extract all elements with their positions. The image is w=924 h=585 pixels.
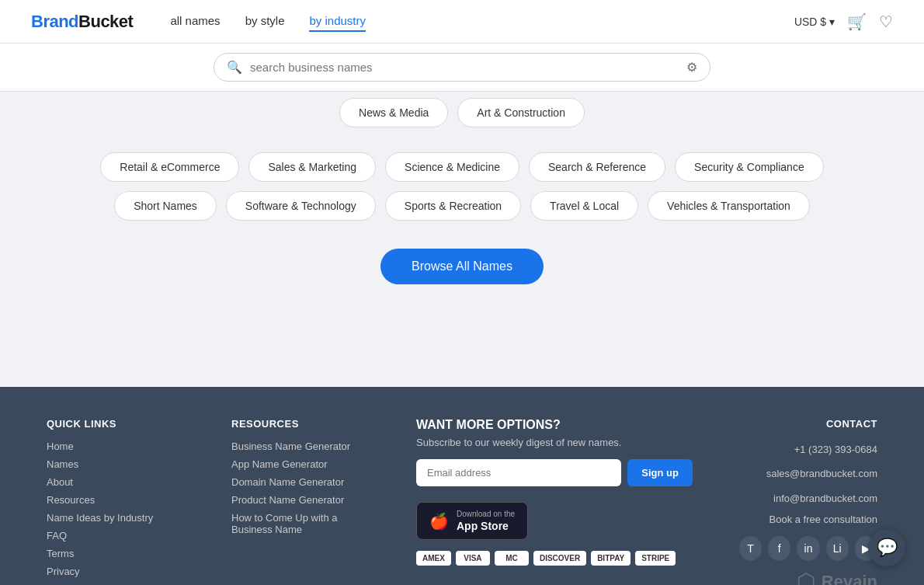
browse-all-button[interactable]: Browse All Names [380, 249, 544, 284]
footer-link-terms[interactable]: Terms [47, 548, 185, 559]
footer-link-privacy[interactable]: Privacy [47, 566, 185, 577]
footer-quick-links: QUICK LINKS Home Names About Resources N… [47, 418, 185, 585]
payment-discover: DISCOVER [533, 551, 586, 566]
nav-by-style[interactable]: by style [245, 11, 285, 32]
cart-button[interactable]: 🛒 [847, 12, 867, 31]
main-content: News & Media Art & Construction Retail &… [0, 92, 924, 387]
revain-logo-icon: ⬡ [797, 569, 815, 585]
payment-visa: VISA [456, 551, 490, 566]
footer-contact: CONTACT +1 (323) 393-0684 sales@brandbuc… [739, 418, 877, 585]
resources-heading: RESOURCES [231, 418, 370, 430]
chip-security[interactable]: Security & Compliance [675, 152, 824, 182]
social-linkedin[interactable]: Li [826, 536, 849, 561]
newsletter-form: Sign up [416, 459, 693, 486]
app-store-small-text: Download on the [457, 509, 515, 519]
nav-by-industry[interactable]: by industry [309, 11, 366, 32]
header: BrandBucket all names by style by indust… [0, 0, 924, 44]
chip-sales[interactable]: Sales & Marketing [248, 152, 376, 182]
search-bar: 🔍 ⚙ [214, 53, 710, 82]
footer-link-names[interactable]: Names [47, 458, 185, 470]
browse-btn-wrap: Browse All Names [62, 249, 862, 284]
search-area: 🔍 ⚙ [0, 44, 924, 92]
footer-top: QUICK LINKS Home Names About Resources N… [47, 418, 877, 585]
footer-link-resources[interactable]: Resources [47, 494, 185, 506]
contact-email2-link[interactable]: info@brandbucket.com [739, 489, 877, 507]
contact-phone: +1 (323) 393-0684 [739, 440, 877, 458]
chip-travel[interactable]: Travel & Local [530, 191, 638, 221]
contact-email2: info@brandbucket.com [739, 489, 877, 507]
footer-link-name-ideas[interactable]: Name Ideas by Industry [47, 512, 185, 524]
chip-science[interactable]: Science & Medicine [385, 152, 519, 182]
top-chips: News & Media Art & Construction [89, 98, 835, 127]
footer-link-product-gen[interactable]: Product Name Generator [231, 494, 370, 506]
footer-link-about[interactable]: About [47, 476, 185, 488]
payment-bitpay: BITPAY [591, 551, 630, 566]
main-nav: all names by style by industry [170, 11, 366, 32]
chip-art-construction[interactable]: Art & Construction [457, 98, 585, 127]
social-twitter[interactable]: T [739, 536, 762, 561]
footer: QUICK LINKS Home Names About Resources N… [0, 387, 924, 585]
payment-mc: MC [495, 551, 529, 566]
contact-email1: sales@brandbucket.com [739, 465, 877, 482]
footer-link-home[interactable]: Home [47, 440, 185, 452]
contact-heading: CONTACT [739, 418, 877, 430]
newsletter-title: WANT MORE OPTIONS? [416, 418, 693, 432]
footer-resources: RESOURCES Business Name Generator App Na… [231, 418, 370, 585]
logo[interactable]: BrandBucket [31, 12, 133, 32]
contact-email1-link[interactable]: sales@brandbucket.com [739, 465, 877, 482]
top-partial-row: News & Media Art & Construction [0, 92, 924, 127]
quick-links-heading: QUICK LINKS [47, 418, 185, 430]
search-input[interactable] [250, 61, 686, 74]
categories-section: Retail & eCommerce Sales & Marketing Sci… [0, 127, 924, 300]
social-icons: T f in Li ▶ [739, 536, 877, 561]
apple-icon: 🍎 [429, 512, 449, 531]
app-store-text: Download on the App Store [457, 509, 515, 533]
consult-link[interactable]: Book a free consultation [739, 514, 877, 525]
revain-text: Revain [822, 572, 877, 585]
payment-amex: AMEX [416, 551, 451, 566]
chip-software[interactable]: Software & Technology [226, 191, 376, 221]
filter-icon[interactable]: ⚙ [686, 60, 697, 75]
social-facebook[interactable]: f [768, 536, 790, 561]
chat-button[interactable]: 💬 [868, 529, 905, 566]
chip-vehicles[interactable]: Vehicles & Transportation [648, 191, 810, 221]
search-icon: 🔍 [227, 60, 242, 75]
footer-link-how-to[interactable]: How to Come Up with a Business Name [231, 512, 370, 535]
chip-news-media[interactable]: News & Media [339, 98, 448, 127]
payment-stripe: STRIPE [635, 551, 676, 566]
categories-grid: Retail & eCommerce Sales & Marketing Sci… [89, 152, 835, 221]
footer-link-domain-gen[interactable]: Domain Name Generator [231, 476, 370, 488]
payment-icons: AMEX VISA MC DISCOVER BITPAY STRIPE [416, 551, 693, 566]
footer-newsletter: WANT MORE OPTIONS? Subscribe to our week… [416, 418, 693, 585]
app-store-button[interactable]: 🍎 Download on the App Store [416, 502, 528, 540]
revain-section: ⬡ Revain [739, 569, 877, 585]
social-instagram[interactable]: in [797, 536, 819, 561]
app-store-big-text: App Store [457, 519, 515, 533]
footer-link-faq[interactable]: FAQ [47, 530, 185, 541]
signup-button[interactable]: Sign up [627, 459, 693, 486]
newsletter-subtitle: Subscribe to our weekly digest of new na… [416, 437, 693, 448]
header-right: USD $ ▾ 🛒 ♡ [794, 12, 893, 31]
currency-selector[interactable]: USD $ ▾ [794, 16, 835, 28]
footer-link-app-gen[interactable]: App Name Generator [231, 458, 370, 470]
favorites-button[interactable]: ♡ [879, 12, 893, 31]
footer-link-business-gen[interactable]: Business Name Generator [231, 440, 370, 452]
nav-all-names[interactable]: all names [170, 11, 220, 32]
chip-search[interactable]: Search & Reference [529, 152, 665, 182]
chip-sports[interactable]: Sports & Recreation [385, 191, 521, 221]
newsletter-email-input[interactable] [416, 459, 621, 486]
chip-retail[interactable]: Retail & eCommerce [100, 152, 239, 182]
chip-short[interactable]: Short Names [114, 191, 217, 221]
